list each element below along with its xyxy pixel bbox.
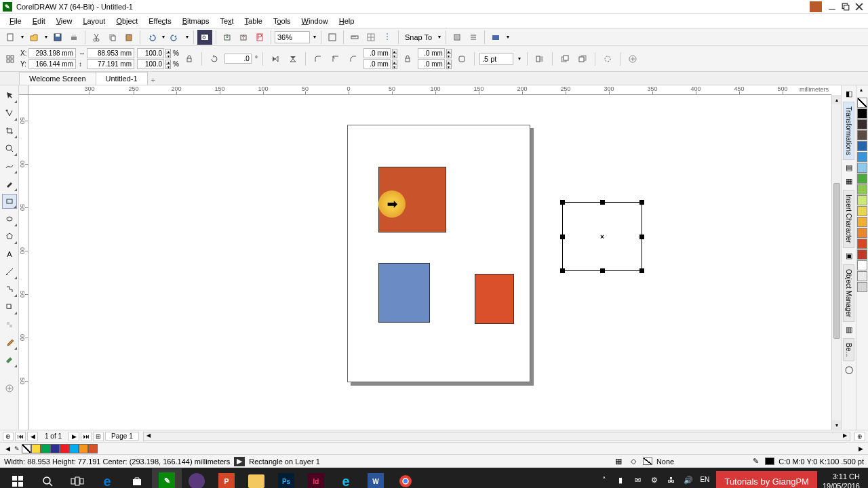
nav-last[interactable]: ⏭ [81, 432, 92, 441]
artistic-media-tool[interactable] [2, 176, 17, 191]
undo-dropdown[interactable]: ▾ [161, 34, 166, 40]
tray-network-icon[interactable]: 🖧 [667, 476, 678, 487]
back-of-layer-button[interactable] [575, 52, 590, 66]
chamfer-corner-button[interactable] [346, 52, 361, 66]
parallel-dim-tool[interactable] [2, 264, 17, 279]
scallop-corner-button[interactable] [328, 52, 343, 66]
transparency-tool[interactable] [2, 317, 17, 332]
swatch-12[interactable] [857, 239, 867, 249]
freehand-tool[interactable] [2, 159, 17, 174]
eyedropper-tool[interactable] [2, 335, 17, 350]
scaley-input[interactable] [137, 59, 164, 69]
photopaint-icon[interactable] [182, 468, 212, 488]
snapto-label[interactable]: Snap To [402, 33, 435, 41]
swatch-13[interactable] [857, 249, 867, 260]
swatch-0[interactable] [857, 108, 867, 119]
outline-width-input[interactable] [479, 53, 513, 65]
swatch-8[interactable] [857, 195, 867, 205]
swatch-6[interactable] [857, 174, 867, 184]
open-dropdown[interactable]: ▾ [43, 34, 49, 40]
convert-curves-button[interactable] [600, 52, 615, 66]
round-corner-button[interactable] [311, 52, 326, 66]
import-button[interactable] [220, 30, 235, 45]
nav-next[interactable]: ▶ [68, 432, 79, 441]
canvas[interactable]: ➡ × [28, 95, 831, 430]
cut-button[interactable] [89, 30, 104, 45]
coreldraw-taskbar-icon[interactable]: ✎ [152, 468, 182, 488]
launch-button[interactable] [488, 30, 503, 45]
account-icon[interactable] [810, 1, 822, 12]
paste-button[interactable] [121, 30, 136, 45]
docpal-swatch-0[interactable] [31, 444, 41, 453]
nav-first[interactable]: ⏮ [15, 432, 26, 441]
nav-prev[interactable]: ◀ [27, 432, 38, 441]
quick-customize-toolbox[interactable] [2, 381, 17, 396]
docpal-right[interactable]: ▶ [856, 444, 865, 453]
swatch-2[interactable] [857, 130, 867, 140]
handle-mr[interactable] [639, 235, 644, 239]
hscroll-right[interactable]: ▶ [840, 432, 850, 441]
shape-blue-rectangle[interactable] [378, 263, 430, 323]
taskbar-clock[interactable]: 3:11 CH 19/05/2016 [817, 472, 865, 488]
vertical-scrollbar[interactable]: ▴ ▾ [831, 95, 841, 430]
swatch-none[interactable] [857, 98, 867, 108]
zoom-dropdown[interactable]: ▾ [312, 34, 317, 40]
redo-dropdown[interactable]: ▾ [184, 34, 190, 40]
open-button[interactable] [26, 30, 41, 45]
docpal-swatch-5[interactable] [79, 444, 88, 453]
chrome-icon[interactable] [391, 468, 420, 488]
scalex-up[interactable]: ▴ [165, 49, 171, 54]
menu-edit[interactable]: Edit [27, 15, 51, 27]
status-play-icon[interactable]: ▶ [234, 457, 245, 466]
fullscreen-button[interactable] [325, 30, 340, 45]
wrap-text-button[interactable] [532, 52, 547, 66]
swatch-3[interactable] [857, 141, 867, 151]
tray-icon-1[interactable]: ▮ [618, 476, 629, 487]
tray-icon-3[interactable]: ⚙ [651, 476, 662, 487]
print-button[interactable] [66, 30, 81, 45]
menu-window[interactable]: Window [296, 15, 334, 27]
height-input[interactable] [87, 59, 134, 69]
rectangle-tool[interactable] [2, 194, 17, 209]
menu-layout[interactable]: Layout [77, 15, 111, 27]
new-dropdown[interactable]: ▾ [20, 34, 25, 40]
width-input[interactable] [87, 48, 134, 58]
menu-file[interactable]: File [4, 15, 27, 27]
menu-text[interactable]: Text [214, 15, 239, 27]
powerpoint-icon[interactable]: P [212, 468, 241, 488]
tray-volume-icon[interactable]: 🔊 [684, 476, 694, 487]
mirror-v-button[interactable] [285, 52, 300, 66]
snapto-dropdown[interactable]: ▾ [437, 34, 442, 40]
search-content-button[interactable] [197, 30, 212, 45]
swatch-11[interactable] [857, 228, 867, 238]
corner1-input[interactable] [363, 48, 391, 58]
relative-corner-button[interactable] [454, 52, 469, 66]
copy-button[interactable] [105, 30, 120, 45]
interactive-fill-tool[interactable] [2, 352, 17, 367]
scalex-down[interactable]: ▾ [165, 54, 171, 58]
corner4-input[interactable] [418, 59, 445, 69]
guidelines-button[interactable] [380, 30, 395, 45]
drop-shadow-tool[interactable] [2, 300, 17, 314]
hints-icon[interactable]: ◧ [844, 88, 854, 99]
new-button[interactable] [3, 30, 18, 45]
be-tab[interactable]: Be... [843, 338, 854, 362]
handle-tm[interactable] [600, 200, 605, 205]
scroll-down-button[interactable]: ▾ [832, 420, 841, 430]
options2-button[interactable] [466, 30, 481, 45]
zoom-tool[interactable] [2, 141, 17, 156]
selection-box[interactable]: × [562, 202, 642, 271]
tab-welcome[interactable]: Welcome Screen [19, 72, 96, 85]
search-button[interactable] [33, 468, 62, 488]
swatch-14[interactable] [857, 260, 867, 270]
docpal-swatch-4[interactable] [69, 444, 79, 453]
menu-table[interactable]: Table [239, 15, 268, 27]
docpal-left[interactable]: ◀ [3, 444, 12, 453]
start-button[interactable] [3, 468, 33, 488]
photoshop-icon[interactable]: Ps [271, 468, 301, 488]
pick-tool[interactable] [2, 88, 17, 103]
ie-icon[interactable]: e [331, 468, 361, 488]
edge-icon[interactable]: e [92, 468, 122, 488]
vertical-ruler[interactable]: 50005000500050 [19, 95, 28, 430]
minimize-button[interactable] [826, 1, 838, 12]
